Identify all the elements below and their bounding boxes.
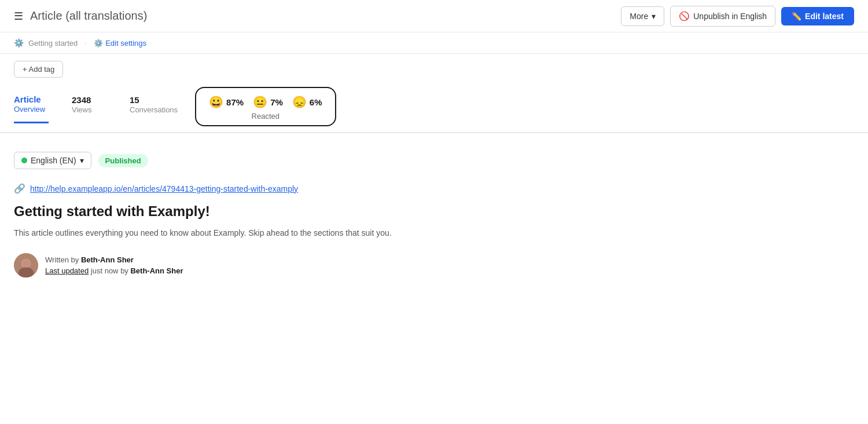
written-by-label: Written by	[45, 255, 79, 264]
pencil-icon: ✏️	[792, 12, 801, 21]
reactions-label: Reacted	[209, 112, 322, 120]
header-left: ☰ Article (all translations)	[14, 9, 147, 23]
tab-article-label: Article	[14, 94, 49, 104]
language-row: English (EN) ▾ Published	[14, 152, 507, 169]
hamburger-icon[interactable]: ☰	[14, 10, 23, 23]
neutral-emoji: 😐	[253, 95, 267, 109]
reactions-box: 😀 87% 😐 7% 😞 6% Reacted	[195, 87, 336, 126]
tab-article-overview[interactable]: Article Overview	[14, 94, 49, 123]
neutral-pct: 7%	[270, 97, 283, 107]
tab-conversations-sublabel: Conversations	[130, 105, 178, 114]
tab-conversations[interactable]: 15 Conversations	[130, 95, 178, 122]
tab-views-value: 2348	[72, 95, 106, 105]
author-info: Written by Beth-Ann Sher Last updated ju…	[45, 254, 183, 277]
edit-button-label: Edit latest	[805, 12, 844, 21]
reaction-happy: 😀 87%	[209, 95, 244, 109]
more-button-label: More	[630, 12, 648, 21]
breadcrumb-label: Getting started	[28, 39, 78, 47]
happy-pct: 87%	[226, 97, 244, 107]
stats-tabs: Article Overview 2348 Views 15 Conversat…	[14, 94, 178, 122]
tab-conversations-value: 15	[130, 95, 178, 105]
divider: ·	[84, 38, 87, 47]
sub-header: ⚙️ Getting started · ⚙️ Edit settings	[0, 32, 868, 54]
published-badge: Published	[98, 154, 148, 167]
article-description: This article outlines everything you nee…	[14, 226, 407, 239]
tab-article-sublabel: Overview	[14, 105, 49, 114]
author-row: Written by Beth-Ann Sher Last updated ju…	[14, 253, 507, 277]
main-content: English (EN) ▾ Published 🔗 http://help.e…	[0, 133, 521, 296]
eye-slash-icon: 🚫	[679, 11, 690, 21]
author-avatar	[14, 253, 38, 277]
reactions-section: 😀 87% 😐 7% 😞 6% Reacted	[195, 87, 336, 126]
reaction-neutral: 😐 7%	[253, 95, 283, 109]
last-updated: Last updated just now by Beth-Ann Sher	[45, 265, 183, 277]
edit-settings-link[interactable]: ⚙️ Edit settings	[94, 39, 146, 47]
page-header: ☰ Article (all translations) More ▾ 🚫 Un…	[0, 0, 868, 32]
sad-pct: 6%	[310, 97, 322, 107]
article-url-link[interactable]: http://help.exampleapp.io/en/articles/47…	[30, 184, 298, 193]
language-label: English (EN)	[31, 156, 76, 165]
settings-icon: ⚙️	[14, 38, 24, 47]
reaction-sad: 😞 6%	[292, 95, 322, 109]
article-title: Getting started with Examply!	[14, 203, 507, 220]
reactions-emojis: 😀 87% 😐 7% 😞 6%	[209, 95, 322, 109]
page-title: Article (all translations)	[30, 9, 147, 23]
unpublish-button-label: Unpublish in English	[693, 12, 767, 21]
last-updated-link[interactable]: Last updated	[45, 266, 89, 275]
tags-row: + Add tag	[0, 54, 868, 85]
title-suffix: (all translations)	[65, 9, 147, 22]
last-updated-time: just now	[91, 266, 120, 275]
header-right: More ▾ 🚫 Unpublish in English ✏️ Edit la…	[621, 6, 854, 27]
title-main: Article	[30, 9, 62, 22]
svg-point-3	[22, 259, 30, 268]
language-active-dot	[21, 158, 27, 163]
settings-icon-blue: ⚙️	[94, 39, 103, 47]
written-by: Written by Beth-Ann Sher	[45, 254, 183, 266]
link-icon: 🔗	[14, 183, 25, 194]
tab-views-sublabel: Views	[72, 105, 106, 114]
edit-settings-label: Edit settings	[105, 39, 146, 47]
edit-latest-button[interactable]: ✏️ Edit latest	[781, 7, 854, 25]
chevron-down-icon: ▾	[80, 156, 84, 165]
chevron-down-icon: ▾	[652, 12, 656, 21]
stats-row: Article Overview 2348 Views 15 Conversat…	[0, 85, 868, 133]
last-updated-by: Beth-Ann Sher	[130, 266, 183, 275]
article-url-row: 🔗 http://help.exampleapp.io/en/articles/…	[14, 183, 507, 194]
unpublish-button[interactable]: 🚫 Unpublish in English	[670, 6, 775, 27]
getting-started-link[interactable]: Getting started	[28, 39, 78, 47]
sad-emoji: 😞	[292, 95, 307, 109]
add-tag-button[interactable]: + Add tag	[14, 61, 63, 78]
more-button[interactable]: More ▾	[621, 6, 664, 26]
tab-views[interactable]: 2348 Views	[72, 95, 106, 122]
author-name: Beth-Ann Sher	[81, 255, 134, 264]
happy-emoji: 😀	[209, 95, 223, 109]
add-tag-label: + Add tag	[23, 65, 54, 74]
language-selector[interactable]: English (EN) ▾	[14, 152, 91, 169]
